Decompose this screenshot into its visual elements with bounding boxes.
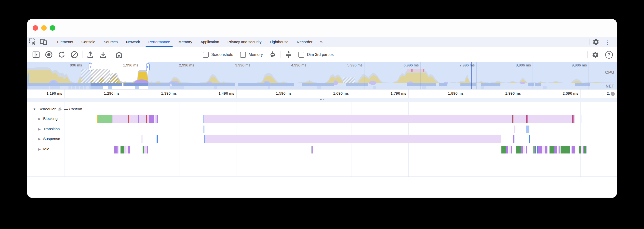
upload-profile-icon[interactable] <box>84 49 97 61</box>
zoom-window-button[interactable] <box>50 25 55 31</box>
collapse-triangle-icon[interactable]: ▼ <box>33 107 36 111</box>
track-row-idle[interactable]: ▶Idle <box>38 147 49 151</box>
flame-bar[interactable] <box>550 146 554 154</box>
flame-bar[interactable] <box>98 115 112 123</box>
flame-bar[interactable] <box>508 146 511 154</box>
flame-bar[interactable] <box>560 146 570 154</box>
flame-bar[interactable] <box>118 146 118 154</box>
flame-bar[interactable] <box>547 146 548 154</box>
flame-bar[interactable] <box>120 146 124 154</box>
flame-bar[interactable] <box>574 115 575 123</box>
tab-memory[interactable]: Memory <box>174 37 196 47</box>
flame-bar[interactable] <box>205 135 501 143</box>
flame-bar[interactable] <box>204 115 512 123</box>
flame-bar[interactable] <box>559 146 560 154</box>
track-header-scheduler[interactable]: ▼ Scheduler — Custom <box>33 107 82 111</box>
flame-bar[interactable] <box>112 115 128 123</box>
tab-console[interactable]: Console <box>77 37 100 47</box>
help-icon[interactable]: ? <box>605 51 613 59</box>
flame-bar[interactable] <box>581 115 582 123</box>
flame-chart[interactable]: ▼ Scheduler — Custom ▶Blocking▶Transitio… <box>27 102 617 177</box>
flame-bar[interactable] <box>529 126 530 133</box>
tab-application[interactable]: Application <box>196 37 223 47</box>
scrollbar-thumb-dot[interactable] <box>610 92 615 96</box>
flame-bar[interactable] <box>511 146 512 154</box>
expand-triangle-icon[interactable]: ▶ <box>38 127 41 131</box>
flame-bar[interactable] <box>528 115 572 123</box>
flame-bar[interactable] <box>526 126 529 133</box>
flame-bar[interactable] <box>124 146 126 154</box>
flame-bar[interactable] <box>514 126 515 133</box>
timeline-overview[interactable]: 996 ms1,996 ms2,996 ms3,996 ms4,996 ms5,… <box>27 62 617 89</box>
pane-resize-handle[interactable]: ••• <box>27 98 617 102</box>
tab-performance[interactable]: Performance <box>144 37 174 47</box>
flame-bar[interactable] <box>156 115 158 123</box>
flame-bar[interactable] <box>156 135 158 143</box>
minimize-window-button[interactable] <box>41 25 47 31</box>
flame-bar[interactable] <box>529 135 530 143</box>
live-metrics-home-icon[interactable] <box>113 49 126 61</box>
flame-bar[interactable] <box>579 146 581 154</box>
toggle-sidebar-icon[interactable] <box>30 49 42 61</box>
tab-recorder[interactable]: Recorder <box>292 37 316 47</box>
flame-bar[interactable] <box>542 146 545 154</box>
flame-bar[interactable] <box>545 146 547 154</box>
flame-bar[interactable] <box>204 126 204 133</box>
download-profile-icon[interactable] <box>97 49 110 61</box>
flame-bar[interactable] <box>521 146 523 154</box>
flame-bar[interactable] <box>584 146 586 154</box>
flame-bar[interactable] <box>534 146 535 154</box>
flame-bar[interactable] <box>554 146 557 154</box>
more-options-icon[interactable]: ⋮ <box>601 39 613 45</box>
flame-bar[interactable] <box>139 115 146 123</box>
flame-bar[interactable] <box>149 115 154 123</box>
track-row-transition[interactable]: ▶Transition <box>38 127 60 131</box>
close-window-button[interactable] <box>33 25 38 31</box>
expand-triangle-icon[interactable]: ▶ <box>38 147 41 151</box>
flame-bar[interactable] <box>128 146 130 154</box>
flame-bar[interactable] <box>581 146 583 154</box>
tab-elements[interactable]: Elements <box>53 37 77 47</box>
collapse-tracks-icon[interactable] <box>282 49 295 61</box>
flame-bar[interactable] <box>533 146 534 154</box>
flame-bar[interactable] <box>538 146 542 154</box>
flame-bar[interactable] <box>516 146 521 154</box>
selection-handle-right[interactable]: ‖ <box>146 63 150 71</box>
inspect-element-icon[interactable] <box>27 37 38 47</box>
flame-bar[interactable] <box>147 146 148 154</box>
memory-checkbox[interactable]: Memory <box>240 52 263 58</box>
flame-bar[interactable] <box>506 146 508 154</box>
flame-bar[interactable] <box>514 135 514 143</box>
tab-lighthouse[interactable]: Lighthouse <box>266 37 292 47</box>
expand-triangle-icon[interactable]: ▶ <box>38 137 41 141</box>
flame-bar[interactable] <box>572 146 575 154</box>
track-row-suspense[interactable]: ▶Suspense <box>38 137 60 141</box>
tab-network[interactable]: Network <box>122 37 144 47</box>
collect-garbage-icon[interactable] <box>266 49 279 61</box>
expand-triangle-icon[interactable]: ▶ <box>38 117 41 121</box>
record-icon[interactable] <box>42 49 55 61</box>
tab-privacy-and-security[interactable]: Privacy and security <box>223 37 266 47</box>
flame-bar[interactable] <box>126 146 128 154</box>
flame-bar[interactable] <box>129 115 138 123</box>
flame-bar[interactable] <box>537 146 538 154</box>
flame-bar[interactable] <box>526 146 527 154</box>
tab-sources[interactable]: Sources <box>100 37 122 47</box>
playhead-marker[interactable] <box>472 62 472 89</box>
flame-bar[interactable] <box>523 146 526 154</box>
flame-bar[interactable] <box>141 135 142 143</box>
device-toolbar-icon[interactable] <box>38 37 49 47</box>
flame-bar[interactable] <box>570 146 572 154</box>
more-tabs-button[interactable]: » <box>316 39 327 45</box>
flame-bar[interactable] <box>144 146 147 154</box>
flame-bar[interactable] <box>558 146 558 154</box>
flame-bar[interactable] <box>514 115 526 123</box>
clear-icon[interactable] <box>68 49 81 61</box>
reload-record-icon[interactable] <box>55 49 68 61</box>
track-row-blocking[interactable]: ▶Blocking <box>38 116 58 121</box>
dim-3rd-parties-checkbox[interactable]: Dim 3rd parties <box>298 52 334 58</box>
flame-bar[interactable] <box>147 115 149 123</box>
flame-bar[interactable] <box>535 146 536 154</box>
flame-bar[interactable] <box>312 146 313 154</box>
selection-handle-left[interactable]: ‖ <box>88 63 92 71</box>
